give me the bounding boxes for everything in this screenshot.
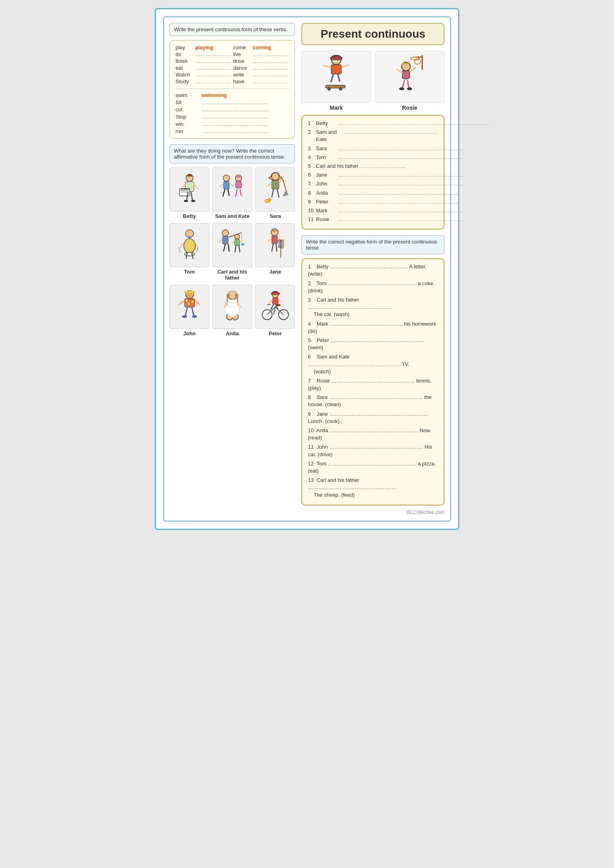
verb-run: run [176, 128, 200, 134]
images-row-3: John [170, 285, 295, 336]
images-row-2: Tom [170, 223, 295, 281]
svg-point-79 [192, 315, 197, 318]
verb-study-dots: ………………… [195, 79, 232, 85]
svg-point-37 [184, 239, 195, 253]
svg-line-75 [194, 300, 200, 305]
neg-list-item: 4 Mark …………………………………… his homework (do) [308, 320, 438, 335]
neg-list-item: 6 Sam and Kate ………………………………………………TV. (wa… [308, 353, 438, 375]
sam-kate-image [212, 167, 252, 211]
verb-play: play [176, 44, 194, 50]
svg-line-66 [276, 244, 277, 252]
svg-line-52 [228, 244, 229, 252]
item-dots: ……………………………………………………………… [338, 171, 463, 179]
svg-line-65 [272, 244, 273, 252]
item-dots: ……………………………………………………………… [338, 145, 463, 152]
svg-point-123 [399, 87, 404, 90]
negative-list: 1 Betty ……………………………………… A letter. (write… [308, 263, 438, 498]
svg-line-106 [323, 66, 331, 67]
svg-line-30 [283, 179, 287, 193]
verb-sit-dots: ………………………………… [201, 99, 289, 105]
verb-dance-dots: ………………… [252, 65, 289, 71]
svg-point-71 [186, 300, 188, 302]
neg-list-item: 3 Carl and his father ………………………………………… T… [308, 296, 438, 318]
instruction-box-1: Write the present continuous form of the… [170, 23, 295, 36]
item-name: Mark [316, 207, 338, 214]
svg-point-112 [339, 87, 342, 91]
verb-win: win [176, 121, 200, 127]
item-dots: …………………………………………………………………………… [338, 120, 489, 127]
verb-have-dots: ………………… [252, 79, 289, 85]
list-item: 8 Anita …………………………………………………………… [308, 189, 438, 197]
verb-write-dots: ………………… [252, 72, 289, 78]
negative-instruction-text: Write the correct negative form of the p… [306, 239, 437, 251]
svg-line-23 [240, 189, 241, 196]
item-num: 9 [308, 198, 316, 205]
neg-list-item: 2 Tom …………………………………………… a coke. (drink) [308, 280, 438, 294]
verb-live-dots: ………………… [252, 51, 289, 57]
neg-list-item: 12 Tom …………………………………………… a pizza. (eat) [308, 460, 438, 475]
neg-list-item: 10 Anita …………………………………………… Now. (read) [308, 427, 438, 441]
images-row-1: BUSINESS Betty [170, 167, 295, 219]
svg-rect-13 [223, 181, 229, 189]
betty-cell: BUSINESS Betty [170, 167, 209, 219]
list-item: 9 Peter …………………………………………………………… [308, 198, 438, 205]
verb-cut: cut [176, 107, 200, 113]
svg-line-28 [267, 183, 272, 187]
verb-dance: dance [233, 65, 251, 71]
list-item: 7 John ……………………………………………………………… [308, 180, 438, 187]
left-column: Write the present continuous form of the… [170, 23, 295, 505]
item-dots: …………………………………………………………… [338, 198, 458, 205]
svg-line-9 [191, 191, 192, 200]
verb-eat: eat [176, 65, 194, 71]
verb-stop: Stop [176, 114, 200, 120]
svg-rect-89 [273, 298, 278, 304]
verb-cut-dots: ………………………………… [201, 107, 289, 113]
mark-label: Mark [301, 105, 371, 111]
svg-rect-84 [228, 300, 237, 307]
svg-rect-69 [187, 291, 192, 293]
item-name: Carl and his father [316, 163, 358, 170]
list-item: 2 Sam and Kate ……………………………………………… [308, 129, 438, 143]
verb-come: come [233, 44, 251, 50]
sara-cell: Sara [255, 167, 295, 219]
item-name: Rosie [316, 216, 338, 223]
svg-line-95 [275, 307, 283, 315]
list-item: 5 Carl and his father ……………………… [308, 163, 438, 170]
svg-point-18 [235, 175, 242, 181]
verb-drive-dots: ………………… [252, 58, 289, 64]
item-dots: ……………………………………………………………… [338, 180, 463, 187]
svg-rect-118 [402, 71, 410, 78]
verb-do-dots: ………………… [195, 51, 232, 57]
svg-line-32 [277, 189, 279, 197]
verb-drive: drive [233, 58, 251, 64]
svg-line-120 [410, 67, 415, 73]
tom-cell: Tom [170, 223, 209, 281]
verb-have: have [233, 79, 251, 85]
peter-image [255, 285, 295, 329]
item-name: Betty [316, 120, 338, 127]
svg-line-21 [241, 183, 244, 186]
item-name: John [316, 180, 338, 187]
affirmative-list: 1 Betty …………………………………………………………………………… 2 … [308, 120, 438, 223]
mark-rosie-row: Mark [301, 51, 444, 111]
svg-line-77 [192, 307, 194, 316]
sam-kate-label: Sam and Kate [212, 213, 252, 219]
john-label: John [170, 330, 209, 336]
svg-point-12 [223, 175, 230, 181]
svg-line-122 [408, 80, 409, 88]
neg-list-item: 8 Sara ……………………………………………… the house. (cl… [308, 394, 438, 408]
peter-cell: Peter [255, 285, 295, 336]
rosie-label: Rosie [375, 105, 444, 111]
anita-cell: Anita [212, 285, 252, 336]
svg-line-31 [272, 189, 274, 197]
svg-line-76 [185, 307, 187, 316]
svg-point-78 [182, 315, 187, 318]
affirmative-list-box: 1 Betty …………………………………………………………………………… 2 … [301, 115, 444, 230]
neg-list-item: 9 Jane ………………………………………………… Lunch. (cook) [308, 411, 438, 425]
anita-label: Anita [212, 330, 252, 336]
svg-point-111 [327, 87, 331, 91]
verbs-box: play playing come coming do ………………… live… [170, 40, 295, 139]
svg-line-17 [228, 189, 229, 196]
verbs-grid-top: play playing come coming do ………………… live… [176, 44, 289, 85]
list-item: 1 Betty …………………………………………………………………………… [308, 120, 438, 127]
